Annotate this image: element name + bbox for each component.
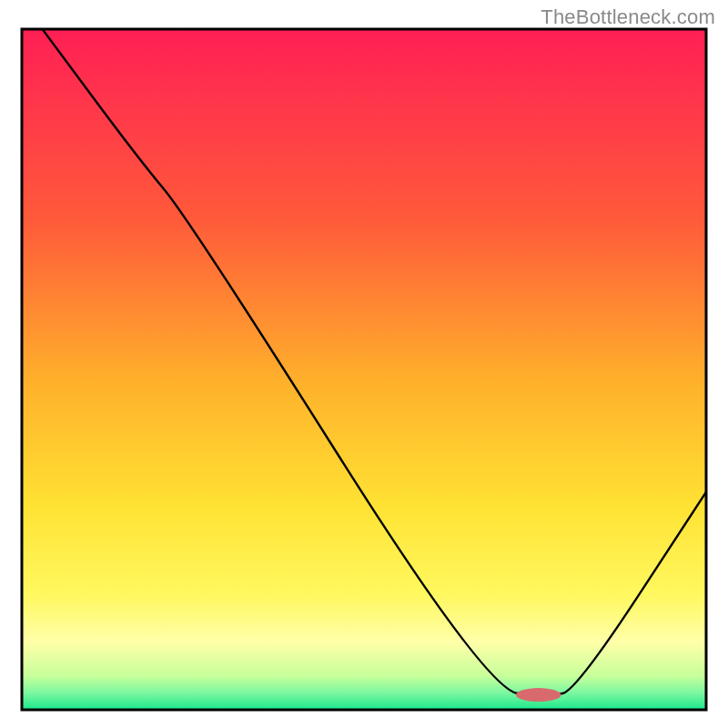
highlight-pill — [516, 688, 561, 702]
chart-stage: TheBottleneck.com — [0, 0, 728, 728]
plot-background — [22, 29, 706, 710]
svg-rect-1 — [22, 29, 706, 710]
plot-svg — [0, 0, 728, 728]
